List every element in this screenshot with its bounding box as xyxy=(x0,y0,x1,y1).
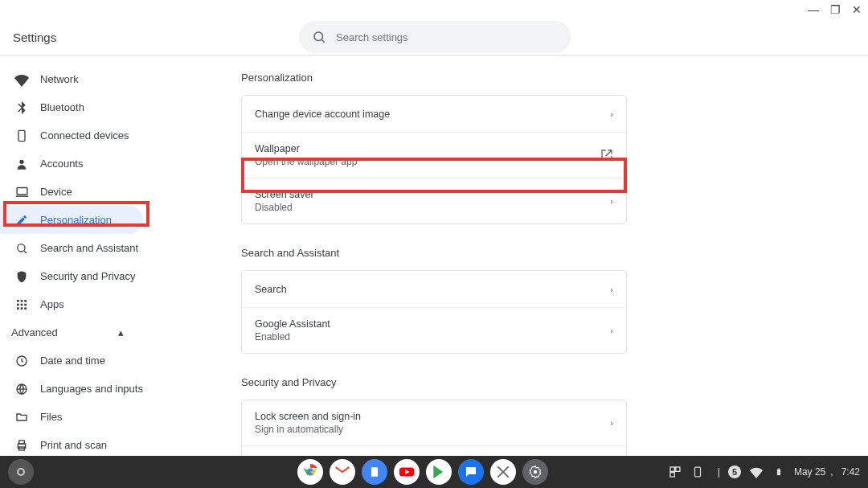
row-primary: Wallpaper xyxy=(255,143,357,154)
sidebar-item-search-assistant[interactable]: Search and Assistant xyxy=(0,234,143,262)
svg-rect-9 xyxy=(21,300,23,302)
svg-rect-26 xyxy=(371,467,378,477)
overview-icon[interactable] xyxy=(668,465,682,479)
svg-rect-8 xyxy=(17,300,19,302)
svg-rect-32 xyxy=(675,467,679,471)
svg-rect-2 xyxy=(18,130,25,141)
svg-rect-10 xyxy=(24,300,27,302)
sidebar-item-languages[interactable]: Languages and inputs xyxy=(0,375,143,403)
security-card: Lock screen and sign-in Sign in automati… xyxy=(241,400,627,457)
row-google-assistant[interactable]: Google Assistant Enabled › xyxy=(242,308,626,353)
sidebar-label: Bluetooth xyxy=(40,101,84,113)
section-title-security: Security and Privacy xyxy=(241,376,868,388)
window-minimize[interactable]: — xyxy=(808,3,819,16)
app-gmail-icon[interactable] xyxy=(330,459,355,485)
sidebar-label: Security and Privacy xyxy=(40,270,136,282)
app-docs-icon[interactable] xyxy=(362,459,387,485)
row-primary: Google Assistant xyxy=(255,318,330,330)
app-play-store-icon[interactable] xyxy=(426,459,452,485)
tray-time: 7:42 xyxy=(841,466,860,478)
row-screen-saver[interactable]: Screen saver Disabled › xyxy=(242,178,626,223)
row-primary: Search xyxy=(255,284,287,295)
svg-rect-12 xyxy=(21,303,23,306)
row-primary: Lock screen and sign-in xyxy=(255,411,361,422)
search-assistant-card: Search › Google Assistant Enabled › xyxy=(241,270,627,354)
sidebar-label: Search and Assistant xyxy=(40,242,138,254)
svg-rect-34 xyxy=(694,467,700,477)
chevron-right-icon: › xyxy=(610,109,613,119)
notification-count[interactable]: 5 xyxy=(728,465,741,478)
svg-rect-33 xyxy=(670,473,674,477)
sidebar-item-network[interactable]: Network xyxy=(0,65,143,93)
shelf-apps xyxy=(297,459,548,485)
chevron-right-icon: › xyxy=(610,196,613,206)
sidebar-item-device[interactable]: Device xyxy=(0,178,143,206)
sidebar-label: Personalization xyxy=(40,214,112,226)
svg-point-6 xyxy=(18,244,25,251)
svg-rect-13 xyxy=(24,303,27,306)
personalization-card: Change device account image › Wallpaper … xyxy=(241,95,627,224)
svg-line-1 xyxy=(321,39,324,42)
clock-icon xyxy=(14,354,29,368)
search-box[interactable] xyxy=(299,21,571,53)
svg-point-3 xyxy=(19,159,23,163)
row-search[interactable]: Search › xyxy=(242,271,626,308)
system-tray[interactable]: | 5 May 25 , 7:42 xyxy=(668,465,860,479)
sidebar-item-connected-devices[interactable]: Connected devices xyxy=(0,121,143,150)
app-settings-icon[interactable] xyxy=(522,459,548,485)
row-primary: Change device account image xyxy=(255,109,390,120)
section-title-personalization: Personalization xyxy=(241,72,868,84)
open-external-icon xyxy=(600,149,613,162)
svg-rect-4 xyxy=(17,188,27,195)
search-icon xyxy=(312,30,326,44)
row-secondary: Disabled xyxy=(255,202,314,213)
sidebar-item-security[interactable]: Security and Privacy xyxy=(0,262,143,290)
app-messages-icon[interactable] xyxy=(458,459,484,485)
apps-icon xyxy=(14,297,29,312)
row-primary: Screen saver xyxy=(255,189,314,200)
app-youtube-icon[interactable] xyxy=(394,459,420,485)
row-wallpaper[interactable]: Wallpaper Open the wallpaper app xyxy=(242,133,626,178)
chevron-right-icon: › xyxy=(610,285,613,294)
folder-icon xyxy=(14,410,29,424)
app-chrome-icon[interactable] xyxy=(297,459,323,485)
chevron-right-icon: › xyxy=(610,418,613,428)
sidebar-label: Accounts xyxy=(40,158,83,170)
sidebar-label: Files xyxy=(40,411,62,423)
search-input[interactable] xyxy=(336,31,558,43)
svg-rect-36 xyxy=(778,468,780,469)
battery-tray-icon xyxy=(772,465,786,479)
svg-line-7 xyxy=(24,251,27,253)
sidebar-item-apps[interactable]: Apps xyxy=(0,290,143,318)
content-area: Personalization Change device account im… xyxy=(161,55,868,457)
row-secondary: Enabled xyxy=(255,331,330,342)
sidebar-item-datetime[interactable]: Date and time xyxy=(0,347,143,375)
window-close[interactable]: ✕ xyxy=(852,3,862,16)
svg-rect-16 xyxy=(24,307,27,310)
sidebar-label: Print and scan xyxy=(40,439,107,451)
sidebar: Network Bluetooth Connected devices Acco… xyxy=(0,55,161,457)
row-account-image[interactable]: Change device account image › xyxy=(242,96,626,133)
shelf: | 5 May 25 , 7:42 xyxy=(0,456,868,488)
sidebar-item-print[interactable]: Print and scan xyxy=(0,431,143,459)
sidebar-item-accounts[interactable]: Accounts xyxy=(0,150,143,178)
sidebar-item-files[interactable]: Files xyxy=(0,403,143,431)
sidebar-group-advanced[interactable]: Advanced ▴ xyxy=(0,318,145,347)
sidebar-label: Languages and inputs xyxy=(40,383,143,395)
phone-icon xyxy=(14,129,29,143)
wifi-tray-icon xyxy=(749,465,764,479)
window-maximize[interactable]: ❐ xyxy=(830,3,841,16)
sidebar-item-bluetooth[interactable]: Bluetooth xyxy=(0,93,143,121)
launcher-button[interactable] xyxy=(8,459,34,485)
phone-hub-icon[interactable] xyxy=(690,465,705,479)
row-lock-screen[interactable]: Lock screen and sign-in Sign in automati… xyxy=(242,400,626,446)
svg-rect-31 xyxy=(670,467,674,471)
app-crosshair-icon[interactable] xyxy=(490,459,516,485)
chevron-right-icon: › xyxy=(610,326,613,335)
sidebar-label: Date and time xyxy=(40,355,105,367)
sidebar-item-personalization[interactable]: Personalization xyxy=(0,206,143,234)
sidebar-label: Apps xyxy=(40,298,64,310)
bluetooth-icon xyxy=(14,100,29,115)
sidebar-label: Device xyxy=(40,186,72,198)
advanced-label: Advanced xyxy=(11,326,58,338)
